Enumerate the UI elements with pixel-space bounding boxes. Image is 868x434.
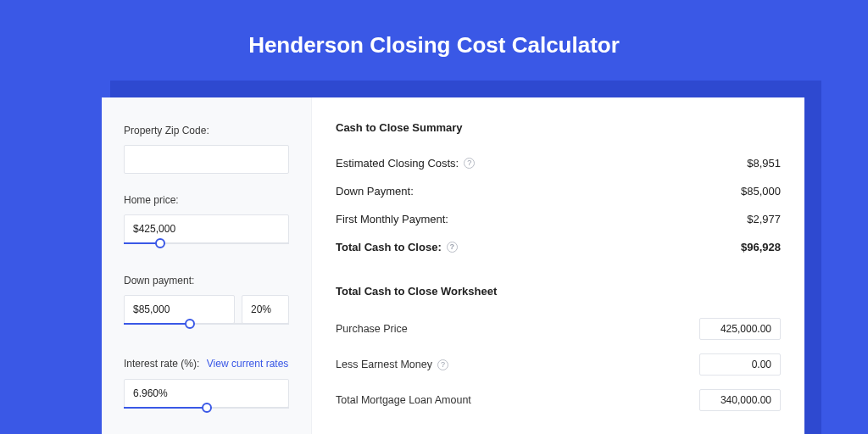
view-rates-link[interactable]: View current rates: [207, 358, 289, 370]
summary-row: Total Cash to Close:?$96,928: [336, 233, 781, 261]
worksheet-row-label-text: Less Earnest Money: [336, 359, 432, 370]
worksheet-row-label: Purchase Price: [336, 323, 408, 335]
interest-rate-field: Interest rate (%): View current rates: [124, 355, 289, 419]
help-icon[interactable]: ?: [437, 359, 448, 370]
summary-row-label: Down Payment:: [336, 185, 414, 198]
summary-row-label: Estimated Closing Costs:?: [336, 157, 475, 170]
down-payment-pct-input[interactable]: [242, 295, 289, 324]
summary-row-label-text: Estimated Closing Costs:: [336, 157, 459, 170]
calculator-card: Property Zip Code: Home price: Down paym…: [102, 97, 804, 434]
zip-input[interactable]: [124, 145, 289, 174]
inputs-panel: Property Zip Code: Home price: Down paym…: [102, 97, 312, 434]
summary-row: Estimated Closing Costs:?$8,951: [336, 149, 781, 177]
worksheet-list: Purchase Price425,000.00Less Earnest Mon…: [336, 311, 781, 418]
worksheet-row-label-text: Purchase Price: [336, 323, 408, 335]
slider-thumb[interactable]: [185, 319, 195, 329]
summary-row: Down Payment:$85,000: [336, 177, 781, 205]
slider-thumb[interactable]: [155, 238, 165, 248]
summary-list: Estimated Closing Costs:?$8,951Down Paym…: [336, 149, 781, 261]
worksheet-row: Less Earnest Money?0.00: [336, 347, 781, 382]
summary-row-value: $2,977: [747, 213, 781, 225]
summary-row: First Monthly Payment:$2,977: [336, 205, 781, 233]
interest-rate-label: Interest rate (%):: [124, 358, 199, 370]
worksheet-row-label-text: Total Mortgage Loan Amount: [336, 394, 471, 406]
summary-row-label: First Monthly Payment:: [336, 213, 448, 225]
worksheet-row: Total Mortgage Loan Amount340,000.00: [336, 382, 781, 418]
summary-row-value: $85,000: [741, 185, 781, 198]
slider-fill: [124, 407, 207, 409]
summary-row-label-text: First Monthly Payment:: [336, 213, 448, 225]
page-title: Henderson Closing Cost Calculator: [0, 0, 868, 77]
results-panel: Cash to Close Summary Estimated Closing …: [312, 97, 804, 434]
worksheet-row-label: Total Mortgage Loan Amount: [336, 394, 471, 406]
down-payment-label: Down payment:: [124, 275, 289, 287]
summary-row-label-text: Total Cash to Close:: [336, 241, 442, 253]
worksheet-row-label: Less Earnest Money?: [336, 359, 448, 370]
home-price-input[interactable]: [124, 214, 289, 243]
slider-fill: [124, 323, 190, 325]
slider-thumb[interactable]: [202, 403, 212, 413]
summary-heading: Cash to Close Summary: [336, 121, 781, 134]
zip-field: Property Zip Code:: [124, 125, 289, 174]
summary-row-label: Total Cash to Close:?: [336, 241, 458, 253]
worksheet-row: Purchase Price425,000.00: [336, 311, 781, 347]
worksheet-heading: Total Cash to Close Worksheet: [336, 285, 781, 298]
home-price-field: Home price:: [124, 194, 289, 254]
down-payment-input[interactable]: [124, 295, 235, 324]
home-price-slider[interactable]: [124, 242, 289, 254]
down-payment-slider[interactable]: [124, 323, 289, 335]
help-icon[interactable]: ?: [464, 158, 475, 169]
down-payment-field: Down payment:: [124, 275, 289, 335]
zip-label: Property Zip Code:: [124, 125, 289, 136]
summary-row-label-text: Down Payment:: [336, 185, 414, 198]
summary-row-value: $8,951: [747, 157, 781, 170]
worksheet-row-value[interactable]: 340,000.00: [699, 389, 781, 411]
worksheet-row-value[interactable]: 0.00: [699, 353, 781, 376]
home-price-label: Home price:: [124, 194, 289, 206]
help-icon[interactable]: ?: [447, 242, 458, 253]
worksheet-row-value[interactable]: 425,000.00: [699, 318, 781, 340]
summary-row-value: $96,928: [741, 241, 781, 253]
interest-rate-slider[interactable]: [124, 407, 289, 419]
